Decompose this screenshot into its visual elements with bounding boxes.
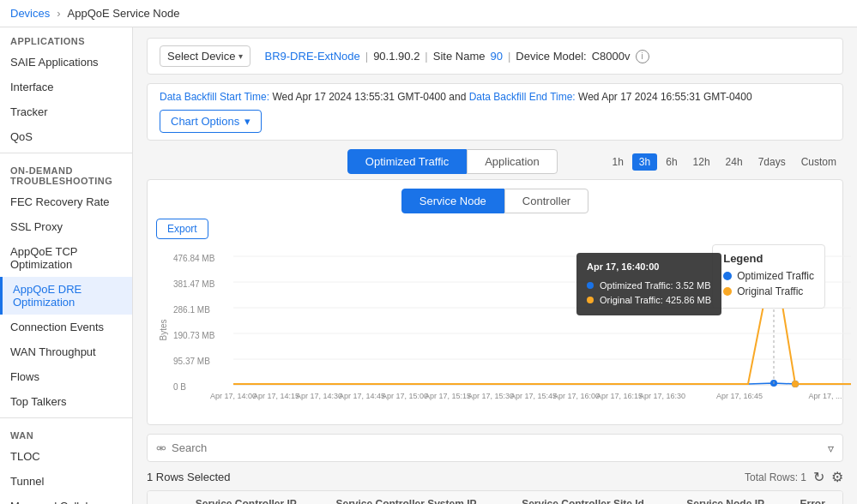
svg-text:286.1 MB: 286.1 MB [173, 305, 210, 315]
svg-text:Apr 17, 14:45: Apr 17, 14:45 [339, 392, 385, 400]
model-label: Device Model: [516, 50, 586, 63]
tab-optimized-traffic[interactable]: Optimized Traffic [347, 149, 467, 174]
legend-title: Legend [723, 252, 814, 265]
chart-area: Bytes 476.84 MB 381.47 MB 286.1 MB 190.7… [156, 244, 834, 416]
chart-options-arrow: ▾ [244, 115, 250, 128]
export-button[interactable]: Export [156, 219, 208, 239]
tooltip-original-dot [587, 297, 594, 303]
th-checkbox [148, 491, 185, 504]
filter-icon[interactable]: ▿ [828, 441, 834, 455]
legend: Legend Optimized Traffic Original Traffi… [712, 244, 825, 309]
time-btn-6h[interactable]: 6h [659, 153, 684, 171]
legend-item-original: Original Traffic [723, 285, 814, 297]
settings-button[interactable]: ⚙ [831, 469, 843, 485]
legend-dot-original [723, 287, 732, 296]
refresh-button[interactable]: ↻ [813, 469, 824, 485]
wan-header: WAN [0, 422, 132, 444]
th-sc-ip: Service Controller IP [185, 491, 326, 504]
device-model: C8000v [592, 50, 631, 63]
sub-tab-service-node[interactable]: Service Node [401, 189, 504, 213]
sidebar-item-top-talkers[interactable]: Top Talkers [0, 389, 132, 414]
svg-text:Apr 17, 15:15: Apr 17, 15:15 [425, 392, 471, 400]
total-rows-area: Total Rows: 1 ↻ ⚙ [745, 469, 843, 485]
chart-container: Service Node Controller Export Bytes 476… [147, 179, 843, 425]
sidebar-item-ssl[interactable]: SSL Proxy [0, 214, 132, 239]
svg-text:95.37 MB: 95.37 MB [173, 357, 210, 366]
svg-text:Apr 17, 15:30: Apr 17, 15:30 [468, 392, 514, 400]
table-container: Service Controller IP Service Controller… [147, 490, 843, 504]
svg-text:Apr 17, 14:00: Apr 17, 14:00 [210, 392, 256, 400]
chart-options-button[interactable]: Chart Options ▾ [160, 110, 262, 133]
device-ip: 90.1.90.2 [373, 50, 419, 63]
devices-link[interactable]: Devices [10, 7, 50, 20]
tooltip-optimized-dot [587, 282, 594, 289]
chart-tooltip: Apr 17, 16:40:00 Optimized Traffic: 3.52… [576, 253, 721, 315]
svg-text:Apr 17, 16:45: Apr 17, 16:45 [716, 392, 763, 400]
svg-text:Apr 17, 15:00: Apr 17, 15:00 [382, 392, 428, 400]
svg-text:381.47 MB: 381.47 MB [173, 279, 215, 289]
time-btn-12h[interactable]: 12h [686, 153, 717, 171]
legend-dot-optimized [723, 272, 732, 280]
table-header-row: Service Controller IP Service Controller… [148, 491, 842, 504]
main-layout: APPLICATIONS SAIE Applications Interface… [0, 27, 857, 504]
total-rows-text: Total Rows: 1 [745, 471, 806, 483]
time-range-row: 1h 3h 6h 12h 24h 7days Custom [605, 153, 843, 171]
sidebar-item-tracker[interactable]: Tracker [0, 99, 132, 124]
rows-selected-bar: 1 Rows Selected Total Rows: 1 ↻ ⚙ [147, 469, 843, 485]
backfill-bar: Data Backfill Start Time: Wed Apr 17 202… [147, 83, 843, 141]
sidebar-item-appqoe-tcp[interactable]: AppQoE TCP Optimization [0, 239, 132, 277]
site-label: Site Name [433, 50, 486, 63]
tab-application[interactable]: Application [467, 149, 558, 174]
sidebar: APPLICATIONS SAIE Applications Interface… [0, 27, 133, 504]
breadcrumb-sep: › [57, 7, 60, 20]
device-select[interactable]: Select Device ▾ [160, 45, 250, 67]
search-input[interactable] [172, 435, 828, 461]
time-btn-1h[interactable]: 1h [605, 153, 630, 171]
svg-text:190.73 MB: 190.73 MB [173, 331, 215, 340]
svg-text:Apr 17, 15:45: Apr 17, 15:45 [510, 392, 557, 400]
svg-point-16 [792, 381, 799, 387]
sidebar-item-tunnel[interactable]: Tunnel [0, 469, 132, 494]
legend-label-original: Original Traffic [737, 285, 803, 297]
sidebar-item-qos[interactable]: QoS [0, 124, 132, 149]
time-btn-3h[interactable]: 3h [632, 153, 657, 171]
th-sn-ip: Service Node IP [676, 491, 789, 504]
svg-text:Apr 17, 14:30: Apr 17, 14:30 [296, 392, 342, 400]
th-site-id: Service Controller Site Id [511, 491, 676, 504]
backfill-end-link[interactable]: Data Backfill End Time: [469, 91, 576, 103]
data-table: Service Controller IP Service Controller… [148, 491, 842, 504]
rows-selected-text: 1 Rows Selected [147, 471, 231, 483]
sidebar-item-tloc[interactable]: TLOC [0, 444, 132, 469]
backfill-start-link[interactable]: Data Backfill Start Time: [160, 91, 269, 103]
search-icon: ⚮ [156, 441, 166, 455]
sidebar-item-mca[interactable]: Managed Cellular Activation - eSIM [0, 494, 132, 504]
svg-text:476.84 MB: 476.84 MB [173, 254, 215, 263]
sidebar-item-wan-throughput[interactable]: WAN Throughput [0, 339, 132, 364]
legend-item-optimized: Optimized Traffic [723, 270, 814, 282]
info-icon[interactable]: i [636, 50, 649, 63]
sub-tab-controller[interactable]: Controller [504, 189, 588, 213]
content-area: Select Device ▾ BR9-DRE-ExtNode | 90.1.9… [133, 27, 857, 504]
svg-text:Apr 17, 16:15: Apr 17, 16:15 [596, 392, 643, 400]
sub-tab-row: Service Node Controller [156, 189, 834, 213]
device-info: BR9-DRE-ExtNode | 90.1.90.2 | Site Name … [264, 50, 649, 63]
time-btn-custom[interactable]: Custom [794, 153, 843, 171]
sidebar-item-appqoe-dre[interactable]: AppQoE DRE Optimization [0, 277, 132, 315]
sidebar-item-flows[interactable]: Flows [0, 364, 132, 389]
site-num: 90 [490, 50, 502, 63]
svg-text:Apr 17, 14:15: Apr 17, 14:15 [253, 392, 299, 400]
svg-text:Bytes: Bytes [159, 319, 168, 340]
device-select-arrow: ▾ [238, 51, 243, 61]
sidebar-item-saie[interactable]: SAIE Applications [0, 50, 132, 75]
device-name: BR9-DRE-ExtNode [264, 50, 359, 63]
sidebar-item-fec[interactable]: FEC Recovery Rate [0, 189, 132, 214]
time-btn-7days[interactable]: 7days [751, 153, 793, 171]
sidebar-item-conn-events[interactable]: Connection Events [0, 315, 132, 339]
svg-text:Apr 17, 16:00: Apr 17, 16:00 [553, 392, 600, 400]
sidebar-item-interface[interactable]: Interface [0, 75, 132, 99]
top-bar: Devices › AppQoE Service Node [0, 0, 857, 27]
svg-text:Apr 17, ...: Apr 17, ... [808, 392, 842, 400]
time-btn-24h[interactable]: 24h [719, 153, 750, 171]
device-header: Select Device ▾ BR9-DRE-ExtNode | 90.1.9… [147, 38, 843, 75]
svg-text:0 B: 0 B [173, 382, 186, 392]
